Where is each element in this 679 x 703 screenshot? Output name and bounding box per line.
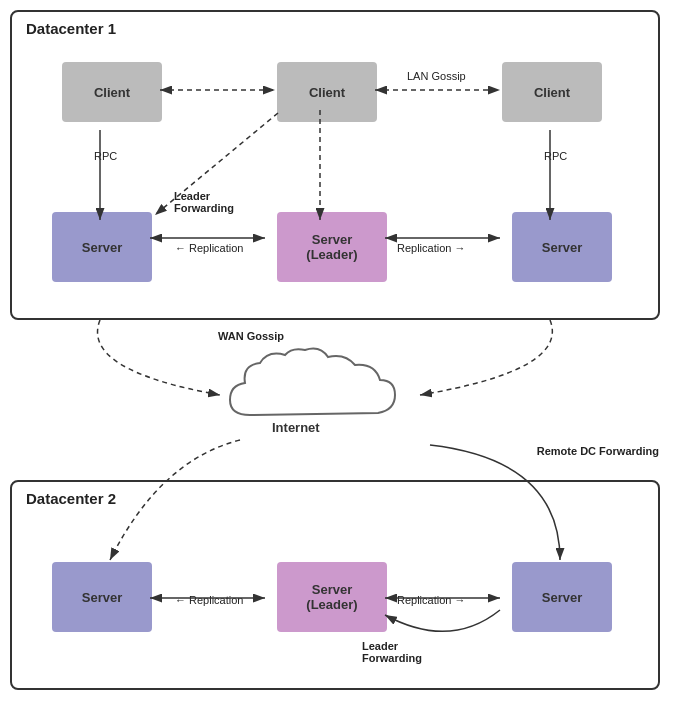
dc2-server-leader: Server(Leader) — [277, 562, 387, 632]
dc1-rpc-left-label: RPC — [94, 150, 117, 162]
internet-label: Internet — [272, 420, 320, 435]
datacenter1-box: Datacenter 1 Client Client Client Server… — [10, 10, 660, 320]
cloud-container — [220, 345, 420, 445]
dc1-replication-left-label: ← Replication — [175, 242, 243, 254]
remote-dc-forwarding-label: Remote DC Forwarding — [537, 445, 659, 457]
dc1-label: Datacenter 1 — [26, 20, 116, 37]
dc1-client-center: Client — [277, 62, 377, 122]
dc2-server-right: Server — [512, 562, 612, 632]
datacenter2-box: Datacenter 2 Server Server(Leader) Serve… — [10, 480, 660, 690]
dc2-server-left: Server — [52, 562, 152, 632]
dc1-leader-forwarding-label: LeaderForwarding — [174, 190, 234, 214]
cloud-svg — [220, 345, 420, 445]
dc2-label: Datacenter 2 — [26, 490, 116, 507]
dc2-replication-left-label: ← Replication — [175, 594, 243, 606]
wan-gossip-label: WAN Gossip — [218, 330, 284, 342]
dc2-replication-right-label: Replication → — [397, 594, 465, 606]
dc1-lan-gossip-label: LAN Gossip — [407, 70, 466, 82]
dc1-client-right: Client — [502, 62, 602, 122]
dc1-client-left: Client — [62, 62, 162, 122]
dc1-server-leader: Server(Leader) — [277, 212, 387, 282]
dc2-leader-forwarding-label: LeaderForwarding — [362, 640, 422, 664]
dc1-server-left: Server — [52, 212, 152, 282]
dc1-replication-right-label: Replication → — [397, 242, 465, 254]
diagram-container: Datacenter 1 Client Client Client Server… — [0, 0, 679, 703]
dc1-rpc-right-label: RPC — [544, 150, 567, 162]
dc1-server-right: Server — [512, 212, 612, 282]
